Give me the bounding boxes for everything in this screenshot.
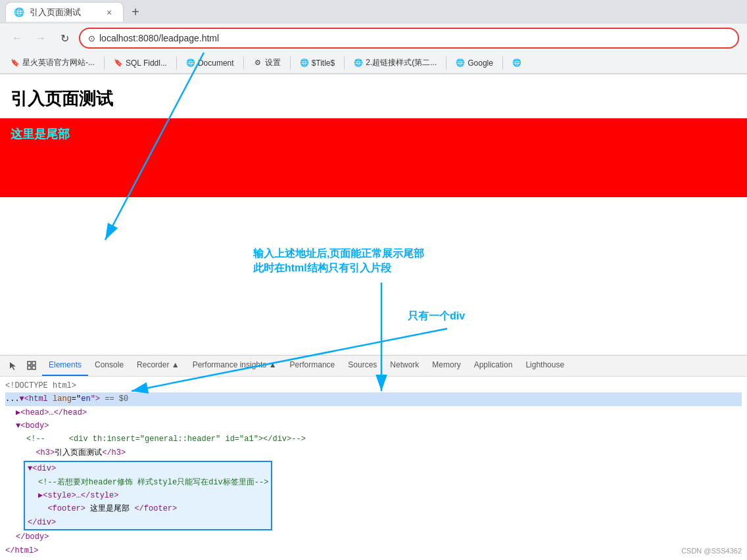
bookmark-5[interactable]: 🌐 2.超链接样式(第二... bbox=[349, 56, 442, 70]
svg-rect-0 bbox=[28, 362, 31, 365]
watermark: CSDN @SSS4362 bbox=[681, 547, 742, 555]
url-bar[interactable]: ⊙ localhost:8080/leadpage.html bbox=[79, 28, 739, 49]
devtools-tab-performance-insights-▲[interactable]: Performance insights ▲ bbox=[186, 355, 283, 376]
devtools-cursor-icon[interactable] bbox=[5, 358, 21, 373]
address-bar: ← → ↻ ⊙ localhost:8080/leadpage.html bbox=[0, 24, 747, 53]
bookmark-label-1: SQL Fiddl... bbox=[126, 58, 167, 68]
tab-bar: 🌐 引入页面测试 × + bbox=[0, 0, 747, 24]
bookmark-divider-6 bbox=[502, 57, 503, 70]
devtools-tab-recorder-▲[interactable]: Recorder ▲ bbox=[130, 355, 186, 376]
bookmark-icon-1: 🔖 bbox=[114, 58, 123, 68]
bookmark-icon-6: 🌐 bbox=[456, 58, 465, 68]
devtools-panel: ElementsConsoleRecorder ▲Performance ins… bbox=[0, 355, 747, 560]
dom-line: ...▼<html lang="en"> == $0 bbox=[5, 392, 742, 406]
svg-rect-1 bbox=[32, 362, 36, 365]
browser-chrome: 🌐 引入页面测试 × + ← → ↻ ⊙ localhost:8080/lead… bbox=[0, 0, 747, 74]
dom-line: </div> bbox=[28, 516, 268, 529]
bookmark-1[interactable]: 🔖 SQL Fiddl... bbox=[108, 57, 172, 69]
devtools-inspect-icon[interactable] bbox=[24, 358, 39, 373]
dom-line: <!--若想要对header修饰 样式style只能写在div标签里面--> bbox=[28, 476, 268, 489]
devtools-tab-application[interactable]: Application bbox=[468, 355, 519, 376]
dom-line: ▼<div> bbox=[28, 462, 268, 475]
tab-title: 引入页面测试 bbox=[30, 7, 98, 18]
bookmarks-bar: 🔖 星火英语官方网站-... 🔖 SQL Fiddl... 🌐 Document… bbox=[0, 53, 747, 74]
bookmark-icon-5: 🌐 bbox=[354, 58, 363, 68]
browser-tab[interactable]: 🌐 引入页面测试 × bbox=[5, 2, 124, 22]
devtools-tab-elements[interactable]: Elements bbox=[42, 355, 88, 376]
footer-area: 这里是尾部 bbox=[0, 118, 747, 197]
dom-line: <!-- <div th:insert="general::header" id… bbox=[5, 432, 742, 446]
devtools-tab-network[interactable]: Network bbox=[383, 355, 425, 376]
bookmark-divider-0 bbox=[104, 57, 105, 70]
dom-line: <!DOCTYPE html> bbox=[5, 379, 742, 392]
bookmark-label-6: Google bbox=[468, 58, 493, 68]
forward-button[interactable]: → bbox=[32, 29, 50, 47]
dom-line: <h3>引入页面测试</h3> bbox=[5, 446, 742, 459]
bookmark-divider-3 bbox=[290, 57, 291, 70]
bookmark-label-5: 2.超链接样式(第二... bbox=[366, 57, 437, 68]
svg-rect-3 bbox=[32, 366, 36, 369]
devtools-tab-memory[interactable]: Memory bbox=[425, 355, 467, 376]
devtools-tab-performance[interactable]: Performance bbox=[283, 355, 342, 376]
bookmark-icon-2: 🌐 bbox=[186, 58, 195, 68]
bookmark-divider-4 bbox=[344, 57, 345, 70]
dom-line: </body> bbox=[5, 530, 742, 544]
bookmark-icon-7: 🌐 bbox=[512, 58, 521, 68]
dom-line: ▶<style>…</style> bbox=[28, 489, 268, 502]
tab-close-button[interactable]: × bbox=[103, 7, 115, 18]
dom-panel: <!DOCTYPE html> ...▼<html lang="en"> == … bbox=[0, 377, 747, 560]
bookmark-label-3: 设置 bbox=[265, 57, 281, 68]
url-text: localhost:8080/leadpage.html bbox=[99, 33, 730, 43]
devtools-toolbar: ElementsConsoleRecorder ▲Performance ins… bbox=[0, 356, 747, 377]
bookmark-icon-3: ⚙ bbox=[253, 58, 262, 68]
footer-text: 这里是尾部 bbox=[11, 126, 70, 142]
bookmark-7[interactable]: 🌐 bbox=[507, 57, 527, 69]
tab-favicon: 🌐 bbox=[14, 7, 24, 18]
dom-line: ▼<body> bbox=[5, 419, 742, 432]
back-button[interactable]: ← bbox=[8, 29, 26, 47]
bookmark-label-2: Document bbox=[198, 58, 234, 68]
devtools-tab-lighthouse[interactable]: Lighthouse bbox=[519, 355, 571, 376]
bookmark-icon-4: 🌐 bbox=[300, 58, 309, 68]
bookmark-divider-2 bbox=[243, 57, 244, 70]
dom-line: ▶<head>…</head> bbox=[5, 406, 742, 419]
bookmark-3[interactable]: ⚙ 设置 bbox=[248, 56, 286, 70]
reload-button[interactable]: ↻ bbox=[55, 29, 74, 47]
devtools-tab-sources[interactable]: Sources bbox=[341, 355, 383, 376]
bookmark-divider-1 bbox=[176, 57, 177, 70]
new-tab-button[interactable]: + bbox=[126, 3, 145, 21]
bookmark-divider-5 bbox=[446, 57, 446, 70]
annotation-text-2: 只有一个div bbox=[408, 309, 465, 323]
dom-line: </html> bbox=[5, 544, 742, 557]
bookmark-label-4: $Title$ bbox=[312, 58, 335, 68]
devtools-tabs: ElementsConsoleRecorder ▲Performance ins… bbox=[42, 355, 742, 376]
bookmark-4[interactable]: 🌐 $Title$ bbox=[295, 57, 341, 69]
page-content-area: 引入页面测试 bbox=[0, 74, 747, 110]
dom-line: <footer> 这里是尾部 </footer> bbox=[28, 502, 268, 515]
bookmark-2[interactable]: 🌐 Document bbox=[181, 57, 239, 69]
bookmark-label-0: 星火英语官方网站-... bbox=[22, 57, 95, 68]
devtools-tab-console[interactable]: Console bbox=[88, 355, 130, 376]
annotation-text-1: 输入上述地址后,页面能正常展示尾部 此时在html结构只有引入片段 bbox=[253, 246, 424, 276]
svg-rect-2 bbox=[28, 366, 31, 369]
dom-highlighted-block: ▼<div> <!--若想要对header修饰 样式style只能写在div标签… bbox=[24, 461, 272, 530]
bookmark-icon-0: 🔖 bbox=[11, 58, 20, 68]
url-icon: ⊙ bbox=[88, 34, 95, 43]
page-title: 引入页面测试 bbox=[11, 87, 736, 110]
bookmark-6[interactable]: 🌐 Google bbox=[450, 57, 498, 69]
bookmark-0[interactable]: 🔖 星火英语官方网站-... bbox=[5, 56, 100, 70]
